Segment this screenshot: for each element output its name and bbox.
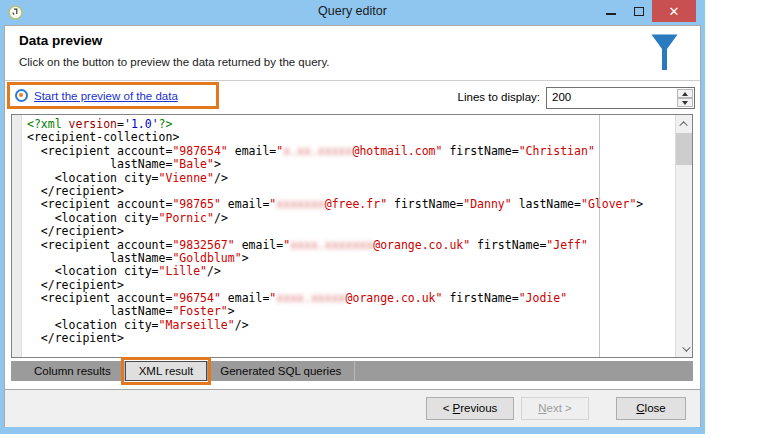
- code-segment: email=: [221, 291, 269, 305]
- code-segment: "9832567": [172, 238, 234, 252]
- code-segment: </recipient>: [27, 184, 124, 198]
- tab-column-results[interactable]: Column results: [21, 361, 125, 381]
- code-segment: "Pornic": [159, 211, 214, 225]
- close-icon: ✕: [669, 4, 680, 19]
- code-segment: lastName=: [512, 197, 581, 211]
- scrollbar-thumb[interactable]: [676, 133, 693, 165]
- code-segment: >: [242, 251, 249, 265]
- code-segment: firstName=: [387, 197, 463, 211]
- code-segment: </recipient>: [27, 331, 124, 345]
- code-segment: "Marseille": [159, 318, 235, 332]
- code-line: <recipient-collection>: [27, 131, 672, 144]
- code-line: lastName="Goldblum">: [27, 252, 672, 265]
- code-segment: "Lille": [159, 264, 207, 278]
- code-line: <recipient account="96754" email="xxxx.x…: [27, 292, 672, 305]
- code-line: </recipient>: [27, 279, 672, 292]
- vertical-scrollbar[interactable]: [675, 115, 692, 357]
- code-segment: <recipient-collection>: [27, 130, 179, 144]
- lines-to-display-input[interactable]: 200: [546, 87, 695, 109]
- code-segment: lastName=: [27, 157, 172, 171]
- code-line: <recipient account="98765" email="xxxxxx…: [27, 198, 672, 211]
- titlebar[interactable]: Query editor ✕: [0, 0, 705, 25]
- code-segment: >: [214, 157, 221, 171]
- code-segment: ?>: [159, 117, 173, 131]
- code-segment: "Jodie": [519, 291, 567, 305]
- eye-icon: [15, 89, 28, 102]
- code-segment: @hotmail.com": [352, 144, 442, 158]
- code-line: lastName="Bale">: [27, 158, 672, 171]
- desktop-background: Query editor ✕ Data preview Click on the…: [0, 0, 767, 448]
- code-segment: </recipient>: [27, 224, 124, 238]
- previous-button[interactable]: < Previous: [426, 397, 514, 420]
- code-segment: "Christian": [519, 144, 595, 158]
- code-segment: "96754": [172, 291, 220, 305]
- redacted-email-text: xxxxxxx: [276, 197, 324, 211]
- maximize-icon: [634, 7, 644, 16]
- redacted-email-text: xxxx.xxxxx: [276, 291, 345, 305]
- close-button[interactable]: Close: [616, 397, 686, 420]
- close-window-button[interactable]: ✕: [652, 0, 696, 22]
- code-segment: email=: [235, 238, 283, 252]
- code-segment: />: [235, 318, 249, 332]
- maximize-button[interactable]: [626, 0, 652, 22]
- dialog-client-area: Data preview Click on the button to prev…: [4, 25, 701, 427]
- scrollbar-down-button[interactable]: [676, 340, 693, 357]
- code-segment: >: [636, 197, 643, 211]
- annotation-box-preview-link: Start the preview of the data: [7, 82, 219, 109]
- code-line: </recipient>: [27, 185, 672, 198]
- code-segment: />: [207, 264, 221, 278]
- code-segment: @free.fr": [325, 197, 387, 211]
- tab-generated-sql-queries[interactable]: Generated SQL queries: [207, 361, 355, 381]
- code-segment: >: [228, 304, 235, 318]
- chevron-up-icon: [679, 121, 687, 129]
- minimize-button[interactable]: [598, 0, 624, 22]
- chevron-down-icon: [682, 343, 690, 351]
- spinner-up-button[interactable]: [677, 89, 693, 98]
- code-segment: firstName=: [470, 238, 546, 252]
- code-segment: <location city=: [27, 211, 159, 225]
- redacted-email-text: x.xx.xxxxx: [283, 144, 352, 158]
- code-segment: email=: [228, 144, 276, 158]
- footer-bar: < Previous Next > Close: [5, 389, 700, 427]
- code-segment: "98765": [172, 197, 220, 211]
- code-segment: "Vienne": [159, 171, 214, 185]
- code-line: <?xml version='1.0'?>: [27, 118, 672, 131]
- code-segment: firstName=: [442, 291, 518, 305]
- tabbar: Column resultsXML resultGenerated SQL qu…: [11, 361, 693, 381]
- code-segment: lastName=: [27, 251, 172, 265]
- code-segment: "Foster": [172, 304, 227, 318]
- code-segment: firstName=: [442, 144, 518, 158]
- code-gutter: [12, 115, 22, 357]
- code-segment: <recipient account=: [27, 238, 172, 252]
- code-line: lastName="Foster">: [27, 305, 672, 318]
- code-segment: @orange.co.uk": [373, 238, 470, 252]
- code-segment: <recipient account=: [27, 291, 172, 305]
- code-segment: <location city=: [27, 264, 159, 278]
- code-segment: <location city=: [27, 171, 159, 185]
- code-segment: <recipient account=: [27, 197, 172, 211]
- code-line: <recipient account="987654" email="x.xx.…: [27, 145, 672, 158]
- code-segment: />: [214, 211, 228, 225]
- code-line: <location city="Lille"/>: [27, 265, 672, 278]
- minimize-icon: [606, 13, 616, 15]
- next-button[interactable]: Next >: [521, 397, 589, 420]
- spinner-down-button[interactable]: [677, 98, 693, 107]
- lines-to-display-value: 200: [552, 91, 571, 103]
- code-segment: <location city=: [27, 318, 159, 332]
- tab-xml-result[interactable]: XML result: [125, 361, 208, 381]
- code-segment: '1.0': [124, 117, 159, 131]
- start-preview-link[interactable]: Start the preview of the data: [34, 90, 178, 102]
- redacted-email-text: xxxx.xxxxxxx: [290, 238, 373, 252]
- code-line: </recipient>: [27, 332, 672, 345]
- page-title: Data preview: [19, 33, 102, 48]
- scrollbar-up-button[interactable]: [676, 115, 693, 132]
- code-segment: =: [117, 117, 124, 131]
- code-segment: </recipient>: [27, 278, 124, 292]
- xml-preview-pane[interactable]: <?xml version='1.0'?><recipient-collecti…: [11, 114, 693, 358]
- code-segment: <?xml: [27, 117, 69, 131]
- code-line: <location city="Pornic"/>: [27, 212, 672, 225]
- lines-spinner: [677, 89, 693, 107]
- code-segment: "Bale": [172, 157, 214, 171]
- triangle-up-icon: [682, 92, 688, 96]
- xml-code: <?xml version='1.0'?><recipient-collecti…: [27, 118, 672, 346]
